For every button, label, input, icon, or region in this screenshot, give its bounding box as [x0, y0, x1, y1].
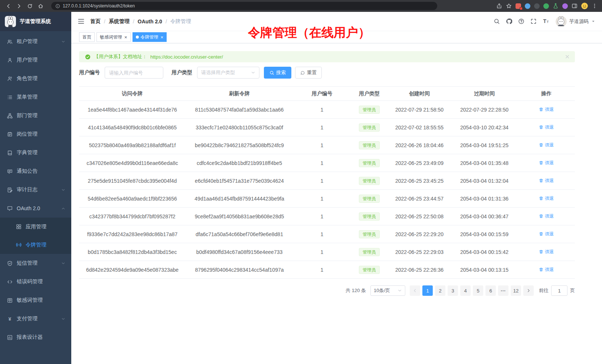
- sidebar-item-report-designer[interactable]: 报表设计器: [0, 328, 71, 347]
- font-size-icon[interactable]: TT: [543, 18, 549, 24]
- user-type-badge: 管理员: [359, 106, 380, 114]
- sidebar-item-dict[interactable]: 字典管理: [0, 143, 71, 162]
- user-type-placeholder: 请选择用户类型: [201, 69, 235, 76]
- sidebar-item-post[interactable]: 岗位管理: [0, 125, 71, 143]
- create-time-cell: 2022-06-25 22:50:08: [388, 208, 451, 225]
- user-menu[interactable]: 芋道源码: [556, 16, 595, 27]
- force-logout-button[interactable]: 强退: [539, 142, 554, 148]
- filter-form: 用户编号 用户类型 请选择用户类型 搜索 重置: [79, 67, 575, 79]
- sidebar-item-oauth2-token[interactable]: 令牌管理: [0, 236, 71, 254]
- goto-page-input[interactable]: [551, 285, 567, 296]
- create-time-cell: 2022-06-25 23:45:25: [388, 172, 451, 190]
- pager-page-1-button[interactable]: 1: [422, 285, 433, 296]
- table-row: 41c41346a548490f9dc8b01c6bfe0865333ecfc7…: [79, 119, 575, 136]
- tab-token[interactable]: 令牌管理×: [132, 32, 167, 42]
- sidebar-item-pay[interactable]: ¥支付管理: [0, 310, 71, 328]
- force-logout-button[interactable]: 强退: [539, 231, 554, 237]
- sidebar-item-label: 菜单管理: [17, 94, 65, 100]
- create-time-cell: 2022-06-25 22:29:03: [388, 243, 451, 261]
- force-logout-button[interactable]: 强退: [539, 249, 554, 255]
- sidebar-item-role[interactable]: 角色管理: [0, 69, 71, 88]
- pager-page-12-button[interactable]: 12: [511, 285, 521, 296]
- force-logout-button[interactable]: 强退: [539, 213, 554, 219]
- extension-icon-green[interactable]: [543, 3, 549, 9]
- browser-forward-button[interactable]: [14, 1, 24, 11]
- action-cell: 强退: [518, 261, 575, 279]
- sidebar-item-tenant[interactable]: 租户管理: [0, 32, 71, 51]
- reset-button[interactable]: 重置: [295, 67, 322, 79]
- refresh-token-cell: 333ecfc71e02480cb11055c875c3ca0f: [186, 119, 293, 136]
- force-logout-button[interactable]: 强退: [539, 160, 554, 166]
- browser-back-button[interactable]: [4, 1, 13, 11]
- tab-close-icon[interactable]: ×: [124, 35, 127, 40]
- search-icon[interactable]: [494, 18, 500, 24]
- hamburger-icon[interactable]: [78, 18, 85, 25]
- help-icon[interactable]: [518, 18, 524, 24]
- search-button[interactable]: 搜索: [264, 67, 291, 79]
- user-type-badge: 管理员: [359, 123, 380, 132]
- doc-link[interactable]: https://doc.iocoder.cn/user-center/: [150, 54, 223, 60]
- force-logout-button[interactable]: 强退: [539, 106, 554, 113]
- page-size-select[interactable]: 10条/页: [370, 285, 405, 296]
- extension-icon-red[interactable]: [516, 3, 521, 9]
- role-icon: [7, 76, 13, 82]
- browser-menu-icon[interactable]: [592, 3, 598, 9]
- extension-icon-blue[interactable]: [525, 3, 530, 9]
- bookmark-star-icon[interactable]: [506, 3, 512, 9]
- browser-url-bar[interactable]: 127.0.0.1:1024/system/oauth2/token: [51, 2, 437, 10]
- sidebar-item-oauth2-app[interactable]: 应用管理: [0, 218, 71, 236]
- sidebar-item-user[interactable]: 用户管理: [0, 51, 71, 69]
- pager-next-button[interactable]: [523, 285, 534, 296]
- breadcrumb-item[interactable]: 系统管理: [109, 18, 130, 25]
- delete-icon: [539, 196, 543, 201]
- force-logout-button[interactable]: 强退: [539, 178, 554, 184]
- sidebar-item-sms[interactable]: 短信管理: [0, 254, 71, 272]
- action-cell: 强退: [518, 101, 575, 119]
- extension-icon-purple[interactable]: [562, 3, 568, 9]
- sidebar-item-label: 报表设计器: [17, 334, 65, 341]
- browser-reload-button[interactable]: [25, 1, 35, 11]
- breadcrumb-separator: /: [104, 19, 105, 24]
- force-logout-button[interactable]: 强退: [539, 195, 554, 202]
- search-button-label: 搜索: [276, 69, 286, 76]
- browser-home-button[interactable]: [36, 1, 45, 11]
- sidebar-item-notice[interactable]: 通知公告: [0, 162, 71, 181]
- menu-icon: [7, 95, 13, 100]
- force-logout-button[interactable]: 强退: [539, 124, 554, 130]
- user-type-select[interactable]: 请选择用户类型: [197, 67, 259, 79]
- share-icon[interactable]: [496, 3, 502, 9]
- pager-page-5-button[interactable]: 5: [473, 285, 483, 296]
- sidebar-item-sensitive-word[interactable]: 敏感词管理: [0, 291, 71, 310]
- tab-sensitive-word[interactable]: 敏感词管理×: [96, 32, 131, 42]
- pager-page-6-button[interactable]: 6: [485, 285, 496, 296]
- github-icon[interactable]: [506, 18, 512, 24]
- goto-suffix: 页: [570, 287, 575, 294]
- pager-prev-button[interactable]: [410, 285, 420, 296]
- tab-close-icon[interactable]: ×: [161, 35, 164, 40]
- flask-extension-icon[interactable]: [553, 3, 559, 9]
- sidebar-item-dept[interactable]: 部门管理: [0, 106, 71, 125]
- browser-profile-avatar[interactable]: [581, 3, 588, 9]
- tab-home[interactable]: 首页: [79, 32, 95, 42]
- force-logout-button[interactable]: 强退: [539, 267, 554, 273]
- delete-icon: [539, 107, 543, 112]
- tab-label: 首页: [82, 34, 91, 40]
- breadcrumb-item[interactable]: 首页: [90, 18, 101, 25]
- sidebar-item-oauth2[interactable]: OAuth 2.0: [0, 199, 71, 218]
- extension-icon-dark[interactable]: [534, 3, 540, 9]
- app-logo-row[interactable]: 芋道管理系统: [0, 12, 71, 31]
- pager-page-4-button[interactable]: 4: [460, 285, 471, 296]
- access-token-cell: c347026e805e4d99b0d116eae66eda8c: [79, 154, 186, 172]
- sidebar-item-menu[interactable]: 菜单管理: [0, 88, 71, 106]
- alert-close-icon[interactable]: [565, 54, 570, 59]
- chevron-left-icon: [413, 288, 417, 293]
- sidebar-item-audit-log[interactable]: 审计日志: [0, 181, 71, 199]
- pager-more-button[interactable]: •••: [498, 285, 508, 296]
- breadcrumb-item[interactable]: OAuth 2.0: [138, 19, 162, 24]
- side-panel-icon[interactable]: [572, 3, 578, 9]
- user-id-input[interactable]: [105, 67, 163, 79]
- fullscreen-icon[interactable]: [530, 18, 537, 24]
- sidebar-item-error-code[interactable]: 错误码管理: [0, 272, 71, 291]
- pager-page-3-button[interactable]: 3: [448, 285, 458, 296]
- pager-page-2-button[interactable]: 2: [435, 285, 445, 296]
